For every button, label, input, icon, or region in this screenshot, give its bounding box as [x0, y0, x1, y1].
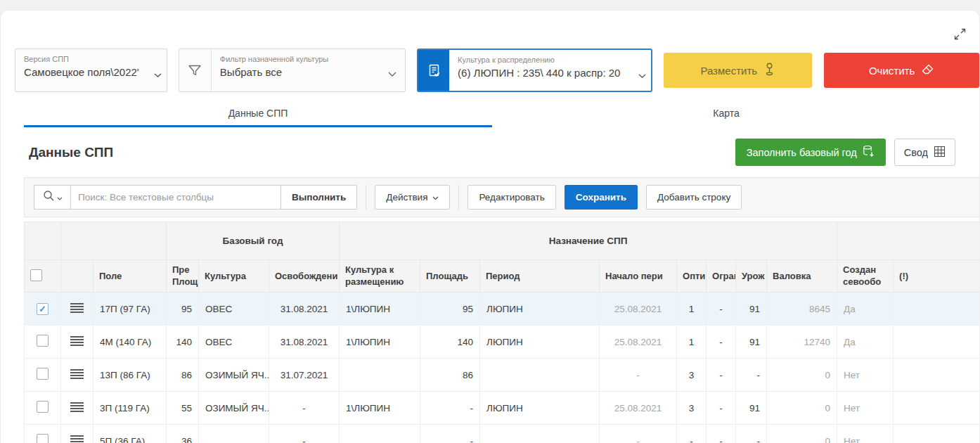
search-input[interactable] — [70, 185, 281, 210]
clipboard-check-icon — [418, 50, 449, 91]
chevron-down-icon[interactable] — [154, 68, 162, 81]
row-checkbox[interactable]: ✓ — [37, 303, 49, 315]
row-menu-icon[interactable] — [70, 402, 84, 412]
actions-button[interactable]: Действия — [375, 185, 450, 210]
expand-icon[interactable] — [953, 27, 967, 44]
add-row-button[interactable]: Добавить строку — [646, 185, 742, 210]
cell-area: 86 — [420, 359, 480, 392]
table-row[interactable]: 5П (36 ГА) 36 - - - - - - 0 Нет — [25, 425, 980, 443]
col-culture[interactable]: Культура — [199, 260, 269, 293]
col-optimal[interactable]: Опти — [677, 260, 707, 293]
toolbar-divider — [366, 185, 366, 210]
cell-gross: 8645 — [767, 293, 837, 326]
cell-yield: 91 — [736, 293, 767, 326]
cell-prev-area: 36 — [167, 425, 199, 443]
cell-optimal: 1 — [677, 326, 707, 359]
col-release[interactable]: Освобождени — [269, 260, 340, 293]
table-row[interactable]: 3П (119 ГА) 55 ОЗИМЫЙ ЯЧ... - 1\ЛЮПИН - … — [25, 392, 980, 425]
culture-label: Культура к распределению — [458, 56, 633, 64]
place-button[interactable]: Разместить — [664, 53, 812, 88]
cell-release: 31.08.2021 — [269, 293, 340, 326]
cell-gross: 12740 — [767, 326, 837, 359]
select-all-checkbox[interactable] — [25, 260, 61, 293]
grid-icon — [934, 146, 946, 160]
cell-yield: - — [736, 425, 767, 443]
cell-restriction: - — [707, 392, 736, 425]
cell-culture-to-place — [340, 425, 420, 443]
eraser-icon — [921, 63, 934, 77]
cell-restriction: - — [707, 326, 736, 359]
fill-base-year-label: Заполнить базовый год — [747, 147, 857, 158]
row-checkbox[interactable] — [37, 434, 49, 443]
cell-warning — [894, 392, 980, 425]
column-header-row: Поле Пре Площ Культура Освобождени Культ… — [25, 260, 980, 293]
col-warning[interactable]: (!) — [894, 260, 980, 293]
col-gross[interactable]: Валовка — [767, 260, 837, 293]
cell-rotation-created: Нет — [837, 392, 894, 425]
col-yield[interactable]: Урож — [736, 260, 767, 293]
tab-spp-data[interactable]: Данные СПП — [24, 101, 492, 127]
tab-spp-data-label: Данные СПП — [228, 108, 288, 119]
row-checkbox[interactable] — [37, 335, 49, 347]
cell-rotation-created: Нет — [837, 359, 894, 392]
row-menu-icon[interactable] — [70, 369, 84, 379]
col-period-start[interactable]: Начало пери — [600, 260, 677, 293]
cell-culture: ОЗИМЫЙ ЯЧ... — [199, 392, 269, 425]
cell-culture: ОВЕС — [199, 293, 269, 326]
clear-button[interactable]: Очистить — [824, 53, 979, 88]
cell-field: 4М (140 ГА) — [94, 326, 167, 359]
cell-field: 5П (36 ГА) — [94, 425, 167, 443]
summary-button[interactable]: Свод — [894, 139, 955, 166]
col-rotation-created[interactable]: Создан севообо — [837, 260, 894, 293]
cell-optimal: - — [677, 425, 707, 443]
cell-culture: ОВЕС — [199, 326, 269, 359]
clear-button-label: Очистить — [869, 65, 915, 77]
table-row[interactable]: 13П (86 ГА) 86 ОЗИМЫЙ ЯЧ... 31.07.2021 8… — [25, 359, 980, 392]
version-select[interactable]: Версия СПП Самовецкое поля\2022' — [15, 49, 167, 92]
row-menu-icon[interactable] — [70, 303, 84, 313]
go-button[interactable]: Выполнить — [281, 185, 357, 210]
chevron-down-icon[interactable] — [638, 69, 646, 82]
top-toolbar: Версия СПП Самовецкое поля\2022' Фильтр … — [15, 49, 979, 92]
chevron-down-icon — [57, 191, 63, 204]
cell-culture-to-place — [340, 359, 420, 392]
table-row[interactable]: ✓ 17П (97 ГА) 95 ОВЕС 31.08.2021 1\ЛЮПИН… — [25, 293, 980, 326]
table-row[interactable]: 4М (140 ГА) 140 ОВЕС 31.08.2021 1\ЛЮПИН … — [25, 326, 980, 359]
chevron-down-icon[interactable] — [388, 68, 396, 80]
col-culture-to-place[interactable]: Культура к размещению — [340, 260, 420, 293]
cell-period — [480, 425, 600, 443]
fill-base-year-button[interactable]: Заполнить базовый год — [735, 139, 886, 166]
tab-map[interactable]: Карта — [492, 101, 960, 127]
cell-culture-to-place: 1\ЛЮПИН — [340, 293, 420, 326]
cell-period-start: 25.08.2021 — [600, 293, 677, 326]
cell-period-start: 25.08.2021 — [600, 392, 677, 425]
cell-yield: 91 — [736, 392, 767, 425]
col-period[interactable]: Период — [480, 260, 600, 293]
search-group: Выполнить — [34, 185, 357, 210]
row-checkbox[interactable] — [37, 368, 49, 380]
row-checkbox[interactable] — [37, 401, 49, 413]
cell-period-start: - — [600, 425, 677, 443]
cell-culture: ОЗИМЫЙ ЯЧ... — [199, 359, 269, 392]
culture-to-distribute-select[interactable]: Культура к распределению (6) ЛЮПИН : 235… — [417, 49, 652, 92]
col-prev-area[interactable]: Пре Площ — [167, 260, 199, 293]
search-options-button[interactable] — [34, 185, 70, 210]
col-field[interactable]: Поле — [94, 260, 167, 293]
row-menu-icon[interactable] — [70, 435, 84, 443]
place-button-label: Разместить — [700, 65, 757, 77]
edit-button[interactable]: Редактировать — [468, 185, 555, 210]
group-assignment: Назначение СПП — [340, 222, 837, 260]
cell-rotation-created: Да — [837, 293, 894, 326]
assigned-culture-filter[interactable]: Фильтр назначенной культуры Выбрать все — [179, 49, 406, 92]
chevron-down-icon — [432, 192, 439, 203]
section-header: Данные СПП Заполнить базовый год Свод — [29, 139, 955, 166]
filter-label: Фильтр назначенной культуры — [220, 55, 387, 63]
cell-field: 13П (86 ГА) — [94, 359, 167, 392]
cell-prev-area: 95 — [167, 293, 199, 326]
grid-toolbar: Выполнить Действия Редактировать Сохрани… — [24, 177, 980, 217]
col-restriction[interactable]: Огран — [707, 260, 736, 293]
save-button[interactable]: Сохранить — [565, 185, 638, 210]
col-area[interactable]: Площадь — [420, 260, 480, 293]
row-menu-icon[interactable] — [70, 336, 84, 346]
cell-field: 3П (119 ГА) — [94, 392, 167, 425]
